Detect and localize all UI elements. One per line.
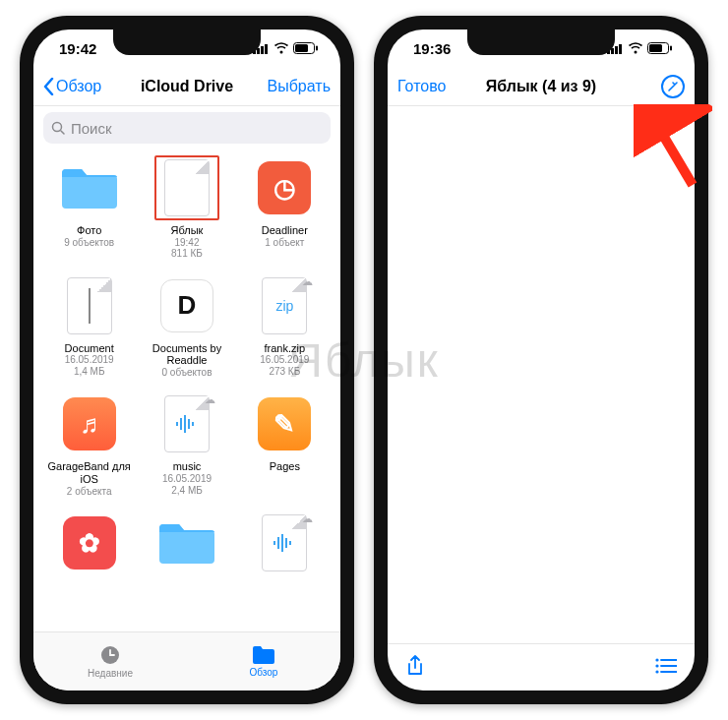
folder-icon — [154, 510, 219, 575]
file-name: Document — [65, 342, 114, 355]
tab-browse-label: Обзор — [250, 667, 278, 678]
file-meta: 0 объектов — [162, 367, 212, 379]
svg-rect-16 — [281, 534, 283, 552]
folder-icon — [57, 155, 122, 220]
app-icon: ♬ — [57, 391, 122, 456]
svg-rect-14 — [273, 541, 275, 545]
page-title: iCloud Drive — [141, 78, 233, 95]
share-button[interactable] — [405, 654, 425, 682]
folder-icon — [252, 645, 275, 665]
svg-rect-6 — [316, 46, 318, 51]
file-name: Documents by Readdle — [143, 342, 231, 367]
status-time: 19:36 — [413, 40, 451, 57]
document-icon: ☁ — [154, 391, 219, 456]
select-button[interactable]: Выбрать — [258, 78, 331, 95]
svg-rect-18 — [289, 541, 291, 545]
tab-recent[interactable]: Недавние — [33, 632, 187, 690]
file-item[interactable]: ♬GarageBand для iOS2 объекта — [43, 391, 135, 497]
svg-rect-3 — [265, 44, 268, 54]
file-meta: 2,4 МБ — [171, 485, 203, 497]
svg-point-32 — [655, 670, 658, 673]
back-label: Обзор — [56, 78, 101, 95]
file-item[interactable]: ◷Deadliner1 объект — [239, 155, 331, 260]
phone-right: 19:36 Готово Яблык (4 из 9) — [374, 16, 708, 704]
markup-icon — [661, 75, 685, 98]
document-icon — [57, 273, 122, 338]
svg-rect-23 — [615, 46, 618, 54]
chevron-left-icon — [43, 78, 54, 95]
svg-point-30 — [655, 664, 658, 667]
file-name: GarageBand для iOS — [45, 460, 134, 485]
file-name: frank.zip — [265, 342, 306, 355]
file-item[interactable]: ✎Pages — [239, 391, 331, 497]
search-placeholder: Поиск — [71, 120, 112, 137]
file-meta: 273 КБ — [269, 366, 300, 378]
svg-rect-11 — [184, 415, 186, 433]
done-button[interactable]: Готово — [397, 78, 470, 95]
svg-rect-26 — [649, 44, 662, 52]
search-input[interactable]: Поиск — [43, 112, 331, 144]
nav-bar: Обзор iCloud Drive Выбрать — [33, 67, 340, 106]
file-item[interactable] — [141, 510, 232, 579]
svg-rect-17 — [285, 538, 287, 548]
file-item[interactable]: ☁music16.05.20192,4 МБ — [141, 391, 232, 497]
file-item[interactable]: Document16.05.20191,4 МБ — [43, 273, 135, 379]
file-meta: 811 КБ — [171, 248, 203, 260]
clock-icon — [99, 644, 121, 666]
markup-button[interactable] — [612, 75, 685, 98]
notch — [113, 30, 261, 55]
document-icon: zip☁ — [252, 273, 317, 338]
svg-point-28 — [655, 658, 658, 661]
page-title: Яблык (4 из 9) — [486, 78, 596, 95]
file-name: Pages — [270, 460, 300, 473]
app-icon: ✿ — [57, 510, 122, 575]
app-icon: ✎ — [252, 391, 317, 456]
cloud-badge: ☁ — [302, 275, 313, 288]
svg-rect-10 — [180, 418, 182, 430]
file-item[interactable]: zip☁frank.zip16.05.2019273 КБ — [239, 273, 331, 379]
battery-icon — [647, 42, 673, 54]
file-item[interactable]: Яблык19:42811 КБ — [141, 155, 232, 260]
svg-rect-9 — [176, 422, 178, 426]
file-item[interactable]: ☁ — [239, 510, 331, 579]
back-button[interactable]: Обзор — [43, 78, 116, 95]
file-name: Фото — [77, 224, 101, 237]
file-grid[interactable]: Фото9 объектовЯблык19:42811 КБ◷Deadliner… — [33, 150, 340, 631]
file-meta: 2 объекта — [67, 486, 112, 498]
svg-point-7 — [53, 123, 62, 132]
tab-browse[interactable]: Обзор — [187, 632, 340, 690]
svg-rect-13 — [192, 422, 194, 426]
file-meta: 16.05.2019 — [162, 473, 212, 485]
wifi-icon — [273, 42, 289, 54]
svg-rect-5 — [295, 44, 308, 52]
file-meta: 1 объект — [265, 237, 304, 249]
notch — [467, 30, 615, 55]
file-meta: 1,4 МБ — [74, 366, 105, 378]
file-meta: 16.05.2019 — [260, 354, 309, 366]
file-item[interactable]: Фото9 объектов — [43, 155, 135, 260]
bottom-toolbar — [388, 643, 695, 690]
file-item[interactable]: DDocuments by Readdle0 объектов — [141, 273, 232, 379]
status-time: 19:42 — [59, 40, 96, 57]
cloud-badge: ☁ — [302, 512, 313, 525]
phone-left: 19:42 Обзор iCloud Drive Выбрать Поиск Ф… — [20, 16, 354, 704]
tab-bar: Недавние Обзор — [33, 631, 340, 690]
app-icon: D — [154, 273, 219, 338]
svg-line-8 — [61, 131, 64, 134]
nav-bar: Готово Яблык (4 из 9) — [388, 67, 695, 106]
battery-icon — [293, 42, 319, 54]
file-meta: 9 объектов — [64, 237, 114, 249]
document-viewer[interactable] — [388, 106, 695, 643]
svg-rect-12 — [188, 419, 190, 429]
app-icon: ◷ — [252, 155, 317, 220]
file-meta: 19:42 — [174, 237, 199, 249]
file-name: music — [173, 460, 202, 473]
share-icon — [405, 654, 425, 678]
svg-rect-24 — [619, 44, 622, 54]
list-icon — [655, 658, 677, 674]
list-button[interactable] — [655, 658, 677, 678]
file-item[interactable]: ✿ — [43, 510, 135, 579]
svg-rect-27 — [670, 46, 672, 51]
file-name: Deadliner — [262, 224, 308, 237]
file-meta: 16.05.2019 — [65, 354, 114, 366]
